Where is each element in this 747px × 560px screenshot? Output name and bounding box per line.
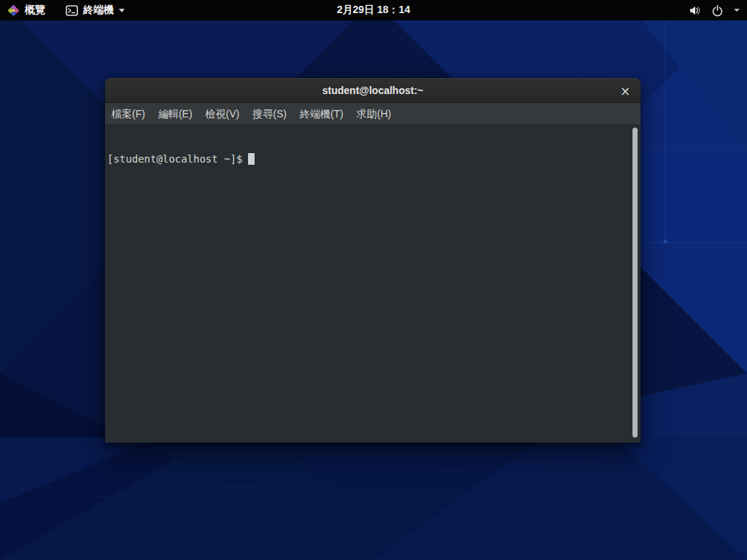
menu-search[interactable]: 搜尋(S) (246, 103, 293, 125)
menu-help[interactable]: 求助(H) (350, 103, 398, 125)
window-title: student@localhost:~ (322, 85, 424, 96)
volume-icon[interactable] (689, 4, 701, 17)
prompt-line: [student@localhost ~]$ (107, 152, 639, 166)
close-button[interactable]: × (616, 79, 635, 103)
clock-label[interactable]: 2月29日 18：14 (337, 4, 410, 17)
distro-logo-icon (7, 4, 20, 17)
shell-prompt: [student@localhost ~]$ (107, 153, 242, 165)
terminal-app-icon (66, 4, 78, 17)
app-menu-label: 終端機 (83, 4, 114, 17)
power-icon[interactable] (711, 4, 724, 17)
close-icon: × (620, 84, 630, 98)
activities-label: 概覽 (25, 4, 45, 17)
top-bar: 概覽 終端機 2月29日 18：14 (0, 0, 747, 20)
chevron-down-icon (119, 9, 125, 12)
app-menu-button[interactable]: 終端機 (66, 0, 125, 20)
terminal-content[interactable]: [student@localhost ~]$ (105, 125, 640, 442)
menu-terminal[interactable]: 終端機(T) (293, 103, 350, 125)
menu-edit[interactable]: 編輯(E) (152, 103, 199, 125)
menu-file[interactable]: 檔案(F) (105, 103, 152, 125)
menu-bar: 檔案(F) 編輯(E) 檢視(V) 搜尋(S) 終端機(T) 求助(H) (105, 103, 640, 125)
scrollbar[interactable] (632, 128, 638, 438)
window-titlebar[interactable]: student@localhost:~ × (105, 78, 640, 103)
chevron-down-icon[interactable] (734, 9, 740, 12)
terminal-cursor (248, 153, 255, 165)
activities-button[interactable]: 概覽 (7, 0, 45, 20)
menu-view[interactable]: 檢視(V) (199, 103, 247, 125)
terminal-window: student@localhost:~ × 檔案(F) 編輯(E) 檢視(V) … (105, 78, 640, 443)
